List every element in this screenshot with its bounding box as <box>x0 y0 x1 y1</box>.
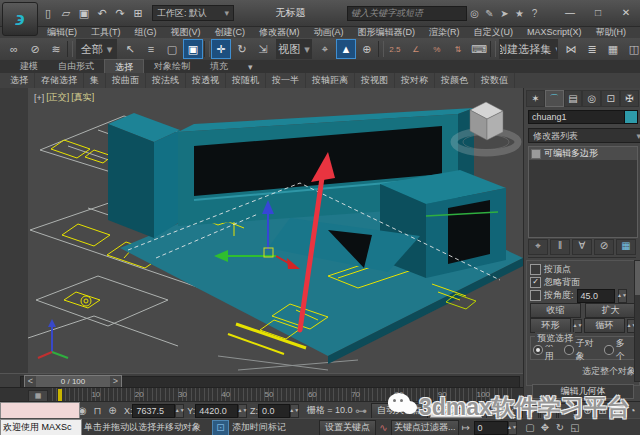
scrollbar-thumb[interactable] <box>635 261 640 295</box>
named-selection-sets-dropdown[interactable]: 创建选择集 <box>499 39 558 59</box>
workspace-dropdown[interactable]: 工作区: 默认 <box>152 5 234 21</box>
ribbon-tool-button[interactable]: 按对称 <box>395 73 435 88</box>
z-coordinate-field[interactable]: 0.0 <box>258 404 290 418</box>
configure-modifier-sets-icon[interactable]: ▦ <box>616 239 636 255</box>
selection-filter-field[interactable]: 选定对象 <box>430 403 482 418</box>
orbit-icon[interactable]: ↻ <box>553 421 568 435</box>
select-and-link-icon[interactable]: ∞ <box>4 39 24 59</box>
preview-radio-option[interactable]: 多个 <box>604 337 633 363</box>
angle-snap-icon[interactable]: ∠ <box>406 39 426 59</box>
maximize-button[interactable]: □ <box>584 4 612 22</box>
zoom-icon[interactable]: ⊕ <box>580 404 595 418</box>
z-spinner[interactable]: ▲▼ <box>290 404 299 418</box>
ribbon-tool-button[interactable]: 按曲面 <box>106 73 146 88</box>
show-end-result-icon[interactable]: ‖ <box>550 239 570 255</box>
ribbon-tab[interactable]: 建模 <box>10 59 48 74</box>
maximize-viewport-icon[interactable]: ◱ <box>568 421 583 435</box>
viewport-menu-plus[interactable]: [+] <box>34 93 44 103</box>
modify-tab[interactable]: ⌒ <box>545 90 564 107</box>
viewport-shading-label[interactable]: [真实] <box>71 91 94 104</box>
object-name-field[interactable]: chuang1 <box>528 110 628 124</box>
selection-region-icon[interactable]: ▢ <box>162 39 182 59</box>
key-step-icon[interactable]: ↦ <box>459 421 474 435</box>
shrink-button[interactable]: 收缩 <box>530 303 581 318</box>
menu-item[interactable]: MAXScript(X) <box>520 27 589 37</box>
radio-icon[interactable] <box>533 345 543 355</box>
menu-item[interactable]: 自定义(U) <box>467 26 521 39</box>
use-pivot-center-icon[interactable]: ⌖ <box>315 39 335 59</box>
align-icon[interactable]: ≣ <box>582 39 602 59</box>
new-file-icon[interactable]: ▯ <box>40 5 56 21</box>
menu-item[interactable]: 图形编辑器(D) <box>351 26 423 39</box>
zoom-extents-all-icon[interactable]: ◔ <box>625 404 640 418</box>
ribbon-tool-button[interactable]: 按颜色 <box>435 73 475 88</box>
motion-tab[interactable]: ◎ <box>582 90 601 107</box>
ribbon-tab[interactable]: 填充 <box>200 59 238 74</box>
zoom-extents-icon[interactable]: ▣ <box>610 404 625 418</box>
feedback-icon[interactable]: ✎ <box>482 8 497 19</box>
select-rotate-icon[interactable]: ↻ <box>232 39 252 59</box>
prev-frame-icon[interactable]: ‹ <box>504 403 521 419</box>
window-crossing-icon[interactable]: ▣ <box>183 39 203 59</box>
unlink-selection-icon[interactable]: ⊘ <box>25 39 45 59</box>
loop-button[interactable]: 循环 <box>584 318 625 333</box>
select-object-icon[interactable]: ↖ <box>120 39 140 59</box>
render-setup-icon[interactable]: ◫ <box>624 39 640 59</box>
add-time-tag[interactable]: 添加时间标记 <box>232 421 294 434</box>
select-scale-icon[interactable]: ⇲ <box>253 39 273 59</box>
modifier-list-dropdown[interactable]: 修改器列表 <box>528 128 640 143</box>
menu-item[interactable]: 组(G) <box>128 26 164 39</box>
ribbon-tab[interactable]: ▾ <box>238 61 263 73</box>
favorites-icon[interactable]: ★ <box>512 8 527 19</box>
menu-item[interactable]: 编辑(E) <box>40 26 84 39</box>
ribbon-tool-button[interactable]: 选择 <box>4 73 35 88</box>
auto-key-button[interactable]: 自动关键点 <box>371 403 428 419</box>
menu-item[interactable]: 创建(C) <box>208 26 253 39</box>
select-move-icon[interactable]: ✛ <box>211 39 231 59</box>
coord-system-dropdown[interactable]: 视图 <box>276 39 312 59</box>
make-unique-icon[interactable]: ∀ <box>572 239 592 255</box>
undo-icon[interactable]: ↶ <box>94 5 110 21</box>
key-mode-icon[interactable]: ⊶ <box>354 404 368 418</box>
ribbon-tool-button[interactable]: 按视图 <box>355 73 395 88</box>
ring-button[interactable]: 环形 <box>530 318 571 333</box>
next-frame-icon[interactable]: › <box>540 403 557 419</box>
select-manipulate-icon[interactable]: ⊕ <box>357 39 377 59</box>
zoom-region-icon[interactable]: ▢ <box>523 421 538 435</box>
grow-button[interactable]: 扩大 <box>585 303 636 318</box>
y-spinner[interactable]: ▲▼ <box>238 404 247 418</box>
key-filters-button[interactable]: 关键点过滤器... <box>391 420 459 435</box>
viewport-label[interactable]: [+] [正交] [真实] <box>34 91 96 104</box>
percent-snap-icon[interactable]: % <box>427 39 447 59</box>
ribbon-tool-button[interactable]: 按一半 <box>266 73 306 88</box>
ribbon-tool-button[interactable]: 按数值 <box>475 73 515 88</box>
save-file-icon[interactable]: ▣ <box>76 5 92 21</box>
layer-manager-icon[interactable]: ▦ <box>603 39 623 59</box>
menu-item[interactable]: 修改器(M) <box>252 26 307 39</box>
radio-icon[interactable] <box>604 345 614 355</box>
spinner-snap-icon[interactable]: ⇅ <box>448 39 468 59</box>
global-search-icon[interactable]: ◎ <box>467 8 482 19</box>
menu-item[interactable]: 视图(V) <box>164 26 208 39</box>
ribbon-tool-button[interactable]: 按法线 <box>146 73 186 88</box>
application-menu-button[interactable]: ϶ <box>2 2 38 36</box>
close-button[interactable]: ✕ <box>612 4 640 22</box>
y-coordinate-field[interactable]: 4420.0 <box>195 404 238 418</box>
object-color-swatch[interactable] <box>624 110 638 124</box>
modifier-stack-entry[interactable]: 可编辑多边形 <box>529 147 637 160</box>
snap-toggle-icon[interactable]: 2.5 <box>385 39 405 59</box>
angle-value-field[interactable]: 45.0 <box>577 289 615 303</box>
pan-icon[interactable]: ✥ <box>538 421 553 435</box>
redo-icon[interactable]: ↷ <box>112 5 128 21</box>
display-tab[interactable]: ⊡ <box>601 90 620 107</box>
ribbon-tool-button[interactable]: 集 <box>84 73 106 88</box>
open-file-icon[interactable]: ▱ <box>58 5 74 21</box>
search-input[interactable]: 键入关键字或短语 <box>347 6 467 21</box>
zoom-all-icon[interactable]: ⊞ <box>595 404 610 418</box>
bind-to-space-warp-icon[interactable]: ≋ <box>46 39 66 59</box>
menu-item[interactable]: 帮助(H) <box>589 26 634 39</box>
frame-spinner[interactable]: ▲▼ <box>508 421 517 435</box>
create-tab[interactable]: ✶ <box>526 90 545 107</box>
mirror-icon[interactable]: ⋈ <box>561 39 581 59</box>
viewport-view-label[interactable]: [正交] <box>46 91 69 104</box>
